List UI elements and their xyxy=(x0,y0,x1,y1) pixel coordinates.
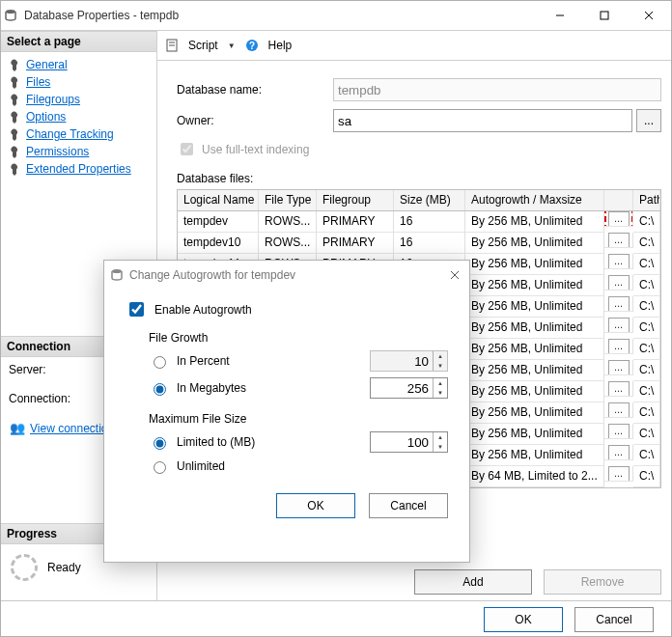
grid-cell[interactable]: By 256 MB, Unlimited xyxy=(465,296,604,318)
sidebar-page-link[interactable]: Options xyxy=(26,110,66,124)
grid-cell-path[interactable]: C:\ xyxy=(633,466,660,487)
autogrowth-edit-button[interactable]: ... xyxy=(608,381,630,397)
script-dropdown-icon[interactable]: ▼ xyxy=(228,42,236,50)
grid-cell[interactable]: By 256 MB, Unlimited xyxy=(465,445,604,466)
sidebar-page-filegroups[interactable]: Filegroups xyxy=(1,91,156,108)
script-icon xyxy=(165,39,179,52)
table-row[interactable]: tempdev10ROWS...PRIMARY16By 256 MB, Unli… xyxy=(178,233,660,254)
grid-col-header[interactable]: Autogrowth / Maxsize xyxy=(465,190,604,210)
grid-cell-path[interactable]: C:\ xyxy=(633,296,660,318)
grid-cell[interactable]: By 256 MB, Unlimited xyxy=(465,360,604,381)
maximize-button[interactable] xyxy=(582,1,627,30)
in-mb-down-icon[interactable]: ▼ xyxy=(434,388,447,398)
grid-cell[interactable]: By 256 MB, Unlimited xyxy=(465,275,604,296)
sidebar-page-files[interactable]: Files xyxy=(1,73,156,91)
grid-cell[interactable]: 16 xyxy=(394,233,465,254)
autogrowth-edit-button[interactable]: ... xyxy=(608,424,630,439)
grid-cell-path[interactable]: C:\ xyxy=(633,402,660,424)
grid-cell[interactable]: tempdev xyxy=(178,211,259,233)
help-button[interactable]: Help xyxy=(268,39,293,52)
autogrowth-edit-button[interactable]: ... xyxy=(608,360,630,375)
grid-cell[interactable]: By 256 MB, Unlimited xyxy=(465,339,604,360)
grid-cell[interactable]: 16 xyxy=(394,211,465,233)
grid-cell-path[interactable]: C:\ xyxy=(633,233,660,254)
grid-col-header[interactable] xyxy=(604,190,633,210)
limited-down-icon[interactable]: ▼ xyxy=(434,442,447,452)
grid-cell-path[interactable]: C:\ xyxy=(633,254,660,275)
grid-cell[interactable]: By 256 MB, Unlimited xyxy=(465,381,604,402)
grid-cell[interactable]: By 256 MB, Unlimited xyxy=(465,402,604,424)
autogrowth-edit-button[interactable]: ... xyxy=(608,466,630,482)
in-mb-up-icon[interactable]: ▲ xyxy=(434,378,447,388)
grid-cell[interactable]: By 256 MB, Unlimited xyxy=(465,318,604,339)
sidebar-page-link[interactable]: Change Tracking xyxy=(26,127,114,141)
script-button[interactable]: Script xyxy=(188,39,218,52)
view-connection-link[interactable]: View connection xyxy=(30,422,114,435)
sidebar-page-link[interactable]: Files xyxy=(26,75,50,89)
grid-cell-path[interactable]: C:\ xyxy=(633,424,660,445)
grid-col-header[interactable]: Filegroup xyxy=(317,190,394,210)
autogrowth-edit-button[interactable]: ... xyxy=(608,233,630,248)
grid-col-header[interactable]: Logical Name xyxy=(178,190,259,210)
sidebar-page-options[interactable]: Options xyxy=(1,108,156,125)
grid-col-header[interactable]: Size (MB) xyxy=(394,190,465,210)
dialog-cancel-button[interactable]: Cancel xyxy=(369,493,448,518)
sidebar-page-link[interactable]: Extended Properties xyxy=(26,162,131,176)
grid-cell[interactable]: PRIMARY xyxy=(317,211,394,233)
sidebar-page-link[interactable]: Permissions xyxy=(26,145,89,158)
grid-cell[interactable]: By 256 MB, Unlimited xyxy=(465,233,604,254)
grid-col-header[interactable]: File Type xyxy=(259,190,317,210)
close-button[interactable] xyxy=(627,1,671,30)
grid-cell-path[interactable]: C:\ xyxy=(633,339,660,360)
limited-value[interactable] xyxy=(371,432,433,452)
table-row[interactable]: tempdevROWS...PRIMARY16By 256 MB, Unlimi… xyxy=(178,211,660,233)
in-mb-spinner[interactable]: ▲▼ xyxy=(370,377,448,399)
sidebar-page-general[interactable]: General xyxy=(1,56,156,73)
in-percent-radio[interactable] xyxy=(154,356,166,369)
grid-cell-path[interactable]: C:\ xyxy=(633,381,660,402)
limited-spinner[interactable]: ▲▼ xyxy=(370,431,448,453)
ok-button[interactable]: OK xyxy=(484,607,563,632)
add-button[interactable]: Add xyxy=(414,569,532,595)
sidebar-page-extended-properties[interactable]: Extended Properties xyxy=(1,160,156,178)
grid-cell-path[interactable]: C:\ xyxy=(633,275,660,296)
cancel-button[interactable]: Cancel xyxy=(574,607,654,632)
grid-cell[interactable]: By 256 MB, Unlimited xyxy=(465,211,604,233)
autogrowth-edit-button[interactable]: ... xyxy=(608,339,630,354)
unlimited-radio[interactable] xyxy=(154,461,166,474)
owner-browse-button[interactable]: ... xyxy=(636,109,661,132)
grid-cell[interactable]: PRIMARY xyxy=(317,233,394,254)
in-mb-value[interactable] xyxy=(371,378,433,398)
autogrowth-edit-button[interactable]: ... xyxy=(608,275,630,291)
grid-col-header[interactable]: Path xyxy=(633,190,660,210)
autogrowth-edit-button[interactable]: ... xyxy=(608,402,630,418)
grid-cell-path[interactable]: C:\ xyxy=(633,211,660,233)
autogrowth-edit-cell: ... xyxy=(604,233,633,248)
autogrowth-edit-button[interactable]: ... xyxy=(608,254,630,269)
grid-cell[interactable]: tempdev10 xyxy=(178,233,259,254)
sidebar-page-link[interactable]: General xyxy=(26,58,68,71)
grid-cell-path[interactable]: C:\ xyxy=(633,360,660,381)
dialog-ok-button[interactable]: OK xyxy=(276,493,355,518)
grid-cell[interactable]: By 256 MB, Unlimited xyxy=(465,254,604,275)
minimize-button[interactable] xyxy=(538,1,582,30)
grid-cell[interactable]: ROWS... xyxy=(259,211,317,233)
grid-cell[interactable]: By 64 MB, Limited to 2... xyxy=(465,466,604,487)
sidebar-page-permissions[interactable]: Permissions xyxy=(1,143,156,160)
grid-cell-path[interactable]: C:\ xyxy=(633,318,660,339)
autogrowth-edit-button[interactable]: ... xyxy=(608,445,630,460)
limited-radio[interactable] xyxy=(154,437,166,450)
autogrowth-edit-button[interactable]: ... xyxy=(608,318,630,333)
autogrowth-edit-button[interactable]: ... xyxy=(608,296,630,312)
grid-cell-path[interactable]: C:\ xyxy=(633,445,660,466)
autogrowth-edit-button[interactable]: ... xyxy=(608,211,630,227)
enable-autogrowth-checkbox[interactable] xyxy=(129,302,144,317)
in-mb-radio[interactable] xyxy=(154,383,166,396)
dialog-close-icon[interactable] xyxy=(446,266,463,284)
owner-input[interactable] xyxy=(333,109,632,132)
limited-up-icon[interactable]: ▲ xyxy=(434,432,447,442)
sidebar-page-link[interactable]: Filegroups xyxy=(26,93,80,106)
grid-cell[interactable]: By 256 MB, Unlimited xyxy=(465,424,604,445)
sidebar-page-change-tracking[interactable]: Change Tracking xyxy=(1,125,156,143)
grid-cell[interactable]: ROWS... xyxy=(259,233,317,254)
